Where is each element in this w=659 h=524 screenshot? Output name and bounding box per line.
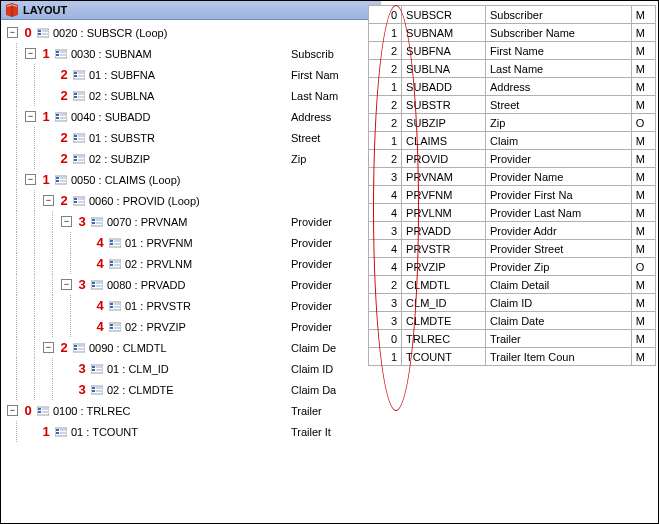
svg-rect-31 xyxy=(74,156,77,158)
svg-rect-28 xyxy=(78,135,84,137)
table-row[interactable]: 0TRLRECTrailerM xyxy=(369,330,656,348)
tree-node[interactable]: 402 : PRVLNMProvider xyxy=(7,253,381,274)
expand-toggle[interactable]: − xyxy=(25,48,36,59)
segment-icon xyxy=(55,48,67,60)
svg-rect-36 xyxy=(56,177,59,179)
svg-rect-76 xyxy=(74,345,77,347)
table-row[interactable]: 2PROVIDProviderM xyxy=(369,150,656,168)
cell-depth: 1 xyxy=(369,348,402,366)
table-row[interactable]: 1CLAIMSClaimM xyxy=(369,132,656,150)
tree-node[interactable]: −20060 : PROVID (Loop) xyxy=(7,190,381,211)
tree-node[interactable]: −10050 : CLAIMS (Loop) xyxy=(7,169,381,190)
table-row[interactable]: 3PRVNAMProvider NameM xyxy=(369,168,656,186)
tree-node[interactable]: −10040 : SUBADDAddress xyxy=(7,106,381,127)
tree-node[interactable]: 202 : SUBZIPZip xyxy=(7,148,381,169)
svg-rect-24 xyxy=(60,117,66,119)
cell-code: PRVLNM xyxy=(402,204,486,222)
tree-node[interactable]: 401 : PRVSTRProvider xyxy=(7,295,381,316)
expand-toggle[interactable]: − xyxy=(25,111,36,122)
tree-node[interactable]: −00020 : SUBSCR (Loop) xyxy=(7,22,381,43)
segment-icon xyxy=(91,363,103,375)
table-row[interactable]: 2CLMDTLClaim DetailM xyxy=(369,276,656,294)
expand-toggle[interactable]: − xyxy=(61,279,72,290)
svg-rect-96 xyxy=(56,429,59,431)
layout-table: 0SUBSCRSubscriberM1SUBNAMSubscriber Name… xyxy=(368,5,656,366)
tree-node[interactable]: −00100 : TRLRECTrailer xyxy=(7,400,381,421)
table-row[interactable]: 2SUBLNALast NameM xyxy=(369,60,656,78)
node-label: 01 : SUBSTR xyxy=(89,132,155,144)
tree-node[interactable]: −30070 : PRVNAMProvider xyxy=(7,211,381,232)
tree-node[interactable]: −10030 : SUBNAMSubscrib xyxy=(7,43,381,64)
table-row[interactable]: 2SUBSTRStreetM xyxy=(369,96,656,114)
svg-rect-12 xyxy=(74,75,77,77)
node-description: Provider xyxy=(291,279,332,291)
cell-mandatory: M xyxy=(631,24,655,42)
table-row[interactable]: 4PRVZIPProvider ZipO xyxy=(369,258,656,276)
expand-toggle[interactable]: − xyxy=(43,195,54,206)
table-row[interactable]: 1TCOUNTTrailer Item CounM xyxy=(369,348,656,366)
cell-label: Claim Date xyxy=(486,312,632,330)
expand-toggle[interactable]: − xyxy=(7,405,18,416)
svg-rect-89 xyxy=(96,390,102,392)
svg-rect-22 xyxy=(56,117,59,119)
svg-rect-73 xyxy=(114,324,120,326)
tree-node[interactable]: −20090 : CLMDTLClaim De xyxy=(7,337,381,358)
tree-node[interactable]: −30080 : PRVADDProvider xyxy=(7,274,381,295)
svg-rect-44 xyxy=(78,201,84,203)
expand-toggle[interactable]: − xyxy=(61,216,72,227)
expand-toggle[interactable]: − xyxy=(7,27,18,38)
node-label: 01 : CLM_ID xyxy=(107,363,169,375)
tree-node[interactable]: 302 : CLMDTEClaim Da xyxy=(7,379,381,400)
table-row[interactable]: 3CLMDTEClaim DateM xyxy=(369,312,656,330)
svg-rect-21 xyxy=(56,114,59,116)
table-row[interactable]: 4PRVSTRProvider StreetM xyxy=(369,240,656,258)
table-row[interactable]: 3CLM_IDClaim IDM xyxy=(369,294,656,312)
node-label: 01 : PRVSTR xyxy=(125,300,191,312)
cell-mandatory: M xyxy=(631,294,655,312)
node-description: Street xyxy=(291,132,320,144)
table-row[interactable]: 0SUBSCRSubscriberM xyxy=(369,6,656,24)
tree-node[interactable]: 301 : CLM_IDClaim ID xyxy=(7,358,381,379)
node-label: 02 : PRVZIP xyxy=(125,321,186,333)
table-row[interactable]: 2SUBFNAFirst NameM xyxy=(369,42,656,60)
svg-rect-33 xyxy=(78,156,84,158)
cell-code: SUBLNA xyxy=(402,60,486,78)
svg-rect-83 xyxy=(96,366,102,368)
svg-rect-34 xyxy=(78,159,84,161)
cell-mandatory: M xyxy=(631,60,655,78)
cell-depth: 4 xyxy=(369,258,402,276)
depth-number: 2 xyxy=(57,193,71,208)
tree-node[interactable]: 101 : TCOUNTTrailer It xyxy=(7,421,381,442)
table-row[interactable]: 1SUBNAMSubscriber NameM xyxy=(369,24,656,42)
svg-rect-18 xyxy=(78,93,84,95)
svg-rect-81 xyxy=(92,366,95,368)
expand-toggle[interactable]: − xyxy=(43,342,54,353)
tree-node[interactable]: 201 : SUBFNAFirst Nam xyxy=(7,64,381,85)
cell-depth: 3 xyxy=(369,312,402,330)
tree-node[interactable]: 401 : PRVFNMProvider xyxy=(7,232,381,253)
depth-number: 2 xyxy=(57,130,71,145)
svg-rect-51 xyxy=(110,240,113,242)
cell-depth: 4 xyxy=(369,186,402,204)
table-row[interactable]: 4PRVLNMProvider Last NamM xyxy=(369,204,656,222)
table-row[interactable]: 3PRVADDProvider AddrM xyxy=(369,222,656,240)
tree-node[interactable]: 402 : PRVZIPProvider xyxy=(7,316,381,337)
cell-code: CLM_ID xyxy=(402,294,486,312)
expand-toggle[interactable]: − xyxy=(25,174,36,185)
svg-rect-67 xyxy=(110,306,113,308)
depth-number: 3 xyxy=(75,361,89,376)
tree-node[interactable]: 201 : SUBSTRStreet xyxy=(7,127,381,148)
cell-mandatory: M xyxy=(631,6,655,24)
table-row[interactable]: 1SUBADDAddressM xyxy=(369,78,656,96)
table-row[interactable]: 2SUBZIPZipO xyxy=(369,114,656,132)
svg-rect-54 xyxy=(114,243,120,245)
table-row[interactable]: 4PRVFNMProvider First NaM xyxy=(369,186,656,204)
cell-code: PRVFNM xyxy=(402,186,486,204)
depth-number: 0 xyxy=(21,403,35,418)
tree-node[interactable]: 202 : SUBLNALast Nam xyxy=(7,85,381,106)
cell-label: Claim ID xyxy=(486,294,632,312)
node-label: 02 : SUBZIP xyxy=(89,153,150,165)
svg-rect-94 xyxy=(42,411,48,413)
cell-label: First Name xyxy=(486,42,632,60)
layout-title: LAYOUT xyxy=(23,4,67,16)
